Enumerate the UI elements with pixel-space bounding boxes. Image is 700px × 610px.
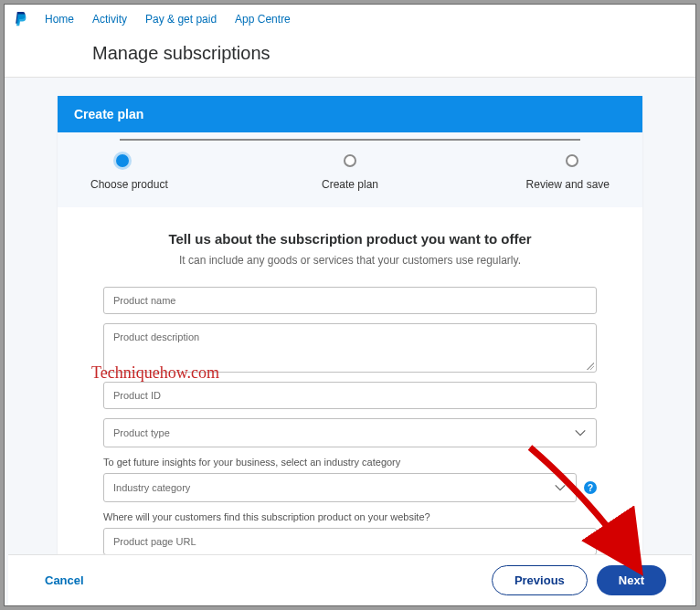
footer-bar: Cancel Previous Next — [8, 554, 692, 605]
content-area: Create plan Choose product Create plan R… — [5, 78, 695, 606]
product-description-input[interactable]: Product description — [103, 323, 597, 373]
step-review-save: Review and save — [437, 154, 610, 191]
placeholder-text: Product description — [113, 331, 199, 342]
stepper: Choose product Create plan Review and sa… — [58, 132, 642, 207]
resize-handle-icon[interactable] — [587, 363, 594, 370]
step-label: Choose product — [90, 178, 168, 191]
step-choose-product: Choose product — [90, 154, 263, 191]
select-placeholder: Industry category — [113, 482, 190, 493]
nav-activity[interactable]: Activity — [92, 13, 127, 26]
cancel-button[interactable]: Cancel — [45, 573, 84, 587]
stepper-line — [120, 139, 580, 141]
nav-app-centre[interactable]: App Centre — [235, 13, 291, 26]
button-group: Previous Next — [492, 565, 666, 595]
step-label: Review and save — [526, 178, 610, 191]
step-dot-icon — [566, 154, 578, 167]
paypal-logo-icon — [14, 12, 27, 26]
product-name-input[interactable]: Product name — [103, 287, 597, 314]
industry-helper: To get future insights for your business… — [103, 457, 597, 468]
nav-pay-get-paid[interactable]: Pay & get paid — [145, 13, 217, 26]
industry-category-select[interactable]: Industry category — [103, 473, 577, 502]
form-subtitle: It can include any goods or services tha… — [103, 254, 597, 267]
step-label: Create plan — [322, 178, 378, 191]
select-placeholder: Product type — [113, 427, 170, 438]
subscription-card: Create plan Choose product Create plan R… — [58, 96, 642, 606]
nav-home[interactable]: Home — [45, 13, 74, 26]
card-header: Create plan — [58, 96, 642, 132]
step-dot-icon — [116, 154, 129, 167]
form-title: Tell us about the subscription product y… — [103, 231, 597, 247]
product-type-select[interactable]: Product type — [103, 418, 597, 447]
step-dot-icon — [344, 154, 356, 167]
form-area: Tell us about the subscription product y… — [58, 207, 642, 606]
chevron-down-icon — [554, 481, 567, 494]
next-button[interactable]: Next — [597, 565, 666, 595]
page-title: Manage subscriptions — [5, 34, 695, 78]
top-nav: Home Activity Pay & get paid App Centre — [5, 5, 695, 34]
info-icon[interactable]: ? — [584, 481, 597, 494]
chevron-down-icon — [574, 426, 587, 439]
app-frame: Home Activity Pay & get paid App Centre … — [4, 4, 696, 606]
product-page-url-input[interactable]: Product page URL — [103, 528, 597, 555]
previous-button[interactable]: Previous — [492, 565, 588, 595]
page-url-helper: Where will your customers find this subs… — [103, 511, 597, 522]
step-create-plan: Create plan — [263, 154, 436, 191]
product-id-input[interactable]: Product ID — [103, 382, 597, 409]
